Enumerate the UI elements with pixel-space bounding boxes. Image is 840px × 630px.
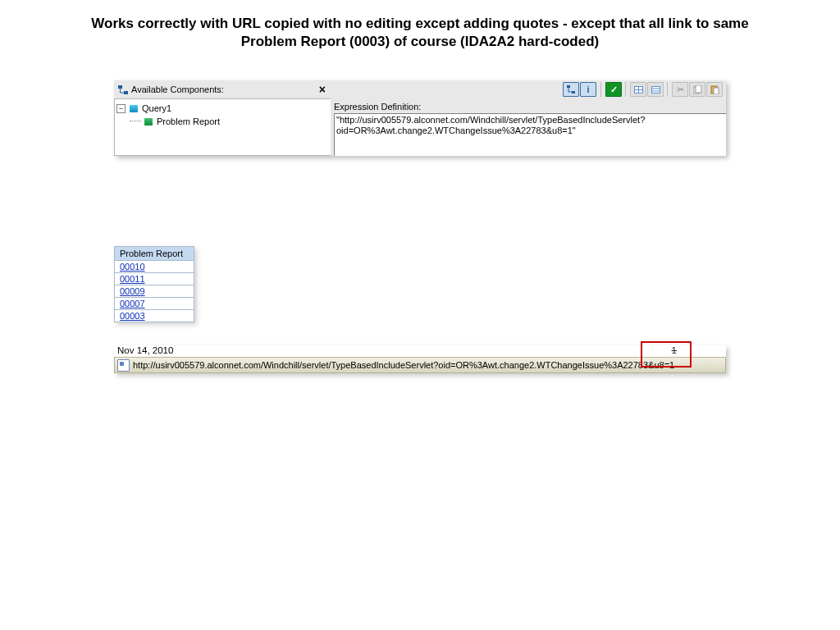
expander-icon[interactable]: − xyxy=(116,104,126,113)
tree-child-label[interactable]: Problem Report xyxy=(157,116,220,126)
svg-rect-3 xyxy=(572,91,575,94)
results-table: Problem Report 00010 00011 00009 00007 0… xyxy=(114,246,194,322)
check-button[interactable]: ✓ xyxy=(605,82,622,97)
paste-button[interactable] xyxy=(706,82,723,97)
components-icon xyxy=(117,84,129,94)
report-link[interactable]: 00009 xyxy=(120,286,145,296)
report-icon xyxy=(143,116,154,127)
report-link[interactable]: 00011 xyxy=(120,274,145,284)
svg-rect-15 xyxy=(714,88,719,94)
slide-title: Works correctly with URL copied with no … xyxy=(0,0,840,56)
table-row: 00009 xyxy=(115,285,194,298)
toolbar: i ✓ ✂ xyxy=(331,80,726,98)
table-row: 00011 xyxy=(115,273,194,285)
table-row: 00010 xyxy=(115,261,194,273)
tree-root-label[interactable]: Query1 xyxy=(142,103,171,113)
status-url: http://usirv005579.alconnet.com/Windchil… xyxy=(133,360,674,370)
editor-panel: Available Components: × − Query1 Problem… xyxy=(114,80,726,156)
copy-button[interactable] xyxy=(689,82,705,97)
query-icon xyxy=(128,103,139,114)
table-row: 00003 xyxy=(115,310,194,322)
report-link[interactable]: 00003 xyxy=(120,311,145,321)
browser-statusbar: http://usirv005579.alconnet.com/Windchil… xyxy=(114,357,726,373)
page-number: 1 xyxy=(672,345,723,355)
close-icon[interactable]: × xyxy=(319,84,326,95)
cut-button[interactable]: ✂ xyxy=(672,82,688,97)
report-link[interactable]: 00007 xyxy=(120,299,145,308)
info-button[interactable]: i xyxy=(580,82,596,97)
date-label: Nov 14, 2010 xyxy=(117,345,173,355)
grid2-button[interactable] xyxy=(647,82,664,97)
component-tree[interactable]: − Query1 Problem Report xyxy=(114,98,331,156)
grid1-button[interactable] xyxy=(630,82,646,97)
svg-rect-2 xyxy=(567,85,570,88)
report-link[interactable]: 00010 xyxy=(120,262,145,272)
components-pane: Available Components: × − Query1 Problem… xyxy=(114,80,331,156)
expression-label: Expression Definition: xyxy=(331,98,726,113)
results-header[interactable]: Problem Report xyxy=(115,247,194,261)
tree-view-button[interactable] xyxy=(563,82,579,97)
page-icon xyxy=(117,359,130,372)
tree-line xyxy=(130,121,141,122)
statusbar-screenshot: Nov 14, 2010 1 http://usirv005579.alconn… xyxy=(114,345,726,373)
svg-rect-13 xyxy=(696,85,701,93)
svg-rect-0 xyxy=(118,85,122,89)
table-row: 00007 xyxy=(115,298,194,310)
components-label: Available Components: xyxy=(131,84,224,94)
expression-pane: i ✓ ✂ Expression Definition: "http://usi… xyxy=(331,80,726,156)
svg-rect-1 xyxy=(124,91,128,94)
expression-textarea[interactable]: "http://usirv005579.alconnet.com/Windchi… xyxy=(334,113,726,156)
svg-rect-9 xyxy=(652,87,660,93)
